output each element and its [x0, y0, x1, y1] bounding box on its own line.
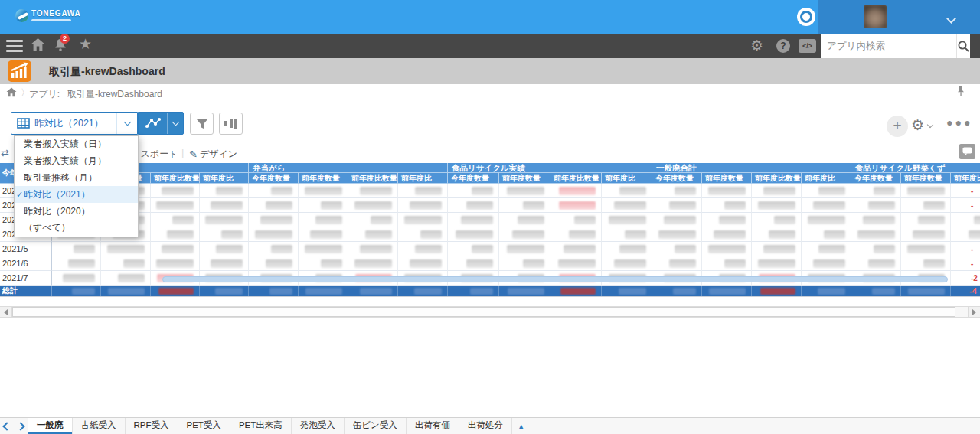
grid-cell[interactable]	[851, 256, 901, 271]
grid-row-label[interactable]: 2021/5	[0, 242, 52, 256]
grid-cell[interactable]	[851, 184, 901, 198]
grid-cell[interactable]	[550, 198, 602, 213]
grid-cell[interactable]	[249, 227, 299, 242]
grid-cell[interactable]	[151, 213, 200, 227]
add-button[interactable]: +	[887, 116, 908, 137]
tab-缶ビン受入[interactable]: 缶ビン受入	[345, 418, 407, 434]
grid-cell[interactable]	[249, 256, 299, 271]
grid-cell[interactable]	[249, 198, 299, 213]
grid-cell[interactable]	[702, 184, 752, 198]
grid-sub-header[interactable]: 前年度比数量	[752, 173, 802, 184]
tabs-prev-button[interactable]	[0, 418, 14, 434]
grid-cell[interactable]	[151, 227, 200, 242]
grid-cell[interactable]	[951, 227, 980, 242]
grid-cell[interactable]	[101, 242, 151, 256]
grid-cell[interactable]	[602, 198, 652, 213]
view-selector-button[interactable]: 昨対比（2021）	[11, 112, 138, 135]
grid-sub-header[interactable]: 前年度比	[602, 173, 652, 184]
grid-cell[interactable]	[448, 256, 499, 271]
grid-sub-header[interactable]: 前年度数量	[299, 173, 348, 184]
design-button[interactable]: ✎ デザイン	[189, 148, 237, 161]
grid-cell[interactable]	[348, 184, 398, 198]
chart-view-button[interactable]	[138, 112, 184, 135]
grid-cell[interactable]	[652, 213, 702, 227]
grid-group-header-1[interactable]: 弁当がら	[249, 163, 448, 173]
menu-item-view-4[interactable]: 昨対比（2020）	[15, 203, 138, 220]
grid-total-cell[interactable]	[550, 286, 602, 296]
grid-cell[interactable]	[101, 271, 151, 286]
grid-cell[interactable]	[802, 242, 851, 256]
grid-total-cell[interactable]	[348, 286, 398, 296]
grid-cell[interactable]	[200, 198, 249, 213]
grid-cell[interactable]	[652, 256, 702, 271]
grid-cell[interactable]	[348, 227, 398, 242]
grid-cell[interactable]	[752, 227, 802, 242]
grid-group-header-3[interactable]: 一般廃合計	[652, 163, 851, 173]
grid-sub-header[interactable]: 今年度数量	[851, 173, 901, 184]
menu-item-view-5[interactable]: （すべて）	[15, 220, 138, 237]
grid-cell[interactable]	[802, 184, 851, 198]
grid-cell[interactable]	[752, 242, 802, 256]
avatar[interactable]	[864, 5, 887, 28]
grid-cell[interactable]	[200, 256, 249, 271]
grid-cell[interactable]	[802, 256, 851, 271]
grid-cell[interactable]	[249, 184, 299, 198]
grid-cell[interactable]	[348, 198, 398, 213]
grid-total-cell[interactable]	[499, 286, 550, 296]
grid-total-cell[interactable]	[802, 286, 851, 296]
grid-cell[interactable]	[448, 184, 499, 198]
grid-cell[interactable]	[52, 242, 101, 256]
grid-cell[interactable]	[802, 213, 851, 227]
grid-cell[interactable]	[901, 184, 951, 198]
grid-sub-header[interactable]: 前年度比	[200, 173, 249, 184]
grid-sub-header[interactable]: 前年度比数量	[348, 173, 398, 184]
grid-cell[interactable]	[499, 198, 550, 213]
grid-cell[interactable]	[752, 256, 802, 271]
grid-cell[interactable]	[901, 198, 951, 213]
grid-cell[interactable]	[602, 184, 652, 198]
tab-発泡受入[interactable]: 発泡受入	[292, 418, 345, 434]
logo[interactable]: TONEGAWA	[15, 9, 81, 22]
grid-total-cell[interactable]	[448, 286, 499, 296]
tab-一般廃[interactable]: 一般廃	[28, 418, 73, 434]
tabs-next-button[interactable]	[14, 418, 28, 434]
pin-icon[interactable]	[956, 86, 966, 97]
grid-cell[interactable]	[398, 184, 448, 198]
grid-cell[interactable]	[851, 198, 901, 213]
grid-cell[interactable]	[550, 256, 602, 271]
grid-cell[interactable]	[851, 213, 901, 227]
grid-cell[interactable]	[702, 213, 752, 227]
grid-total-cell[interactable]	[398, 286, 448, 296]
grid-sub-header[interactable]: 前年度数量	[702, 173, 752, 184]
grid-cell[interactable]	[652, 227, 702, 242]
settings-gear-icon[interactable]: ⚙	[750, 37, 763, 55]
tab-RPF受入[interactable]: RPF受入	[126, 418, 178, 434]
grid-total-cell[interactable]	[101, 286, 151, 296]
grid-total-cell[interactable]	[151, 286, 200, 296]
scrollbar-thumb[interactable]	[12, 307, 956, 317]
chart-panel-button[interactable]	[219, 113, 243, 135]
help-icon[interactable]: ?	[776, 39, 790, 53]
grid-cell[interactable]	[702, 256, 752, 271]
grid-cell[interactable]: -	[951, 198, 980, 213]
grid-group-header-4[interactable]: 食品リサイクル野菜くず	[851, 163, 980, 173]
breadcrumb-home-icon[interactable]	[6, 87, 17, 97]
grid-cell[interactable]	[299, 242, 348, 256]
grid-sub-header[interactable]: 今年度数量	[652, 173, 702, 184]
grid-total-cell[interactable]	[851, 286, 901, 296]
grid-horizontal-scrollbar[interactable]	[162, 276, 948, 282]
grid-sub-header[interactable]: 前年度比数量	[151, 173, 200, 184]
grid-cell[interactable]	[348, 213, 398, 227]
code-icon[interactable]: </>	[799, 39, 816, 53]
grid-cell[interactable]	[448, 213, 499, 227]
grid-cell[interactable]	[299, 256, 348, 271]
grid-cell[interactable]	[52, 256, 101, 271]
grid-sub-header[interactable]: 今年度数量	[249, 173, 299, 184]
grid-cell[interactable]	[348, 256, 398, 271]
menu-item-view-1[interactable]: 業者搬入実績（月）	[15, 153, 138, 170]
grid-cell[interactable]	[602, 213, 652, 227]
scroll-left-button[interactable]	[0, 307, 12, 317]
grid-cell[interactable]	[499, 242, 550, 256]
grid-cell[interactable]	[151, 198, 200, 213]
scroll-right-button[interactable]	[968, 307, 980, 317]
